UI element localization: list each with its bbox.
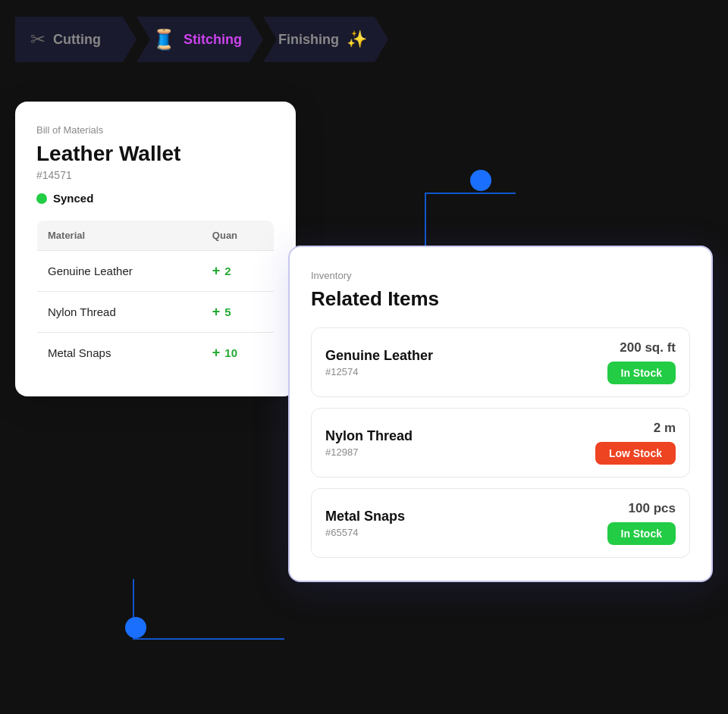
bom-table: Material Quan Genuine Leather + 2 Nylon …	[36, 220, 275, 374]
nav-step-cutting-label: Cutting	[53, 32, 101, 48]
inv-item-right: 100 pcs In Stock	[607, 501, 676, 545]
synced-dot	[36, 193, 47, 204]
list-item: Metal Snaps #65574 100 pcs In Stock	[311, 488, 690, 558]
status-badge: In Stock	[607, 522, 676, 545]
bom-synced: Synced	[36, 192, 275, 205]
table-row: Nylon Thread + 5	[37, 292, 275, 333]
nav-bar: ✂ Cutting 🧵 Stitching Finishing ✨	[0, 0, 728, 79]
table-row: Metal Snaps + 10	[37, 333, 275, 374]
plus-icon: +	[212, 345, 221, 361]
synced-label: Synced	[53, 192, 93, 205]
col-material: Material	[37, 221, 202, 251]
qty-value: 2	[224, 265, 231, 277]
list-item: Genuine Leather #12574 200 sq. ft In Sto…	[311, 327, 690, 397]
qty-value: 10	[224, 346, 237, 359]
material-cell: Nylon Thread	[37, 292, 202, 333]
material-cell: Genuine Leather	[37, 251, 202, 292]
nav-step-stitching-label: Stitching	[184, 32, 242, 48]
bom-title: Leather Wallet	[36, 142, 275, 166]
inv-item-sku: #65574	[325, 527, 405, 538]
plus-icon: +	[212, 263, 221, 279]
inv-item-name: Genuine Leather	[325, 348, 433, 364]
nav-step-stitching[interactable]: 🧵 Stitching	[136, 17, 263, 62]
nav-step-finishing[interactable]: Finishing ✨	[263, 17, 388, 62]
inventory-title: Related Items	[311, 287, 690, 311]
inv-item-right: 2 m Low Stock	[595, 421, 676, 465]
status-badge: In Stock	[607, 362, 676, 384]
scissors-icon: ✂	[30, 29, 46, 50]
connector-top	[425, 193, 516, 253]
nav-step-finishing-label: Finishing	[278, 32, 339, 48]
bom-subtitle: Bill of Materials	[36, 124, 275, 136]
bom-id: #14571	[36, 169, 275, 181]
qty-cell: + 2	[212, 263, 263, 279]
inv-item-qty: 200 sq. ft	[620, 340, 676, 355]
sparkle-icon: ✨	[347, 30, 367, 49]
inv-item-left: Genuine Leather #12574	[325, 348, 433, 377]
table-row: Genuine Leather + 2	[37, 251, 275, 292]
inventory-items: Genuine Leather #12574 200 sq. ft In Sto…	[311, 327, 690, 558]
inv-item-name: Nylon Thread	[325, 428, 413, 444]
inv-item-name: Metal Snaps	[325, 509, 405, 525]
inv-item-sku: #12574	[325, 366, 433, 377]
status-badge: Low Stock	[595, 442, 676, 465]
main-area: Bill of Materials Leather Wallet #14571 …	[0, 79, 728, 714]
material-cell: Metal Snaps	[37, 333, 202, 374]
inv-item-sku: #12987	[325, 446, 413, 458]
spool-icon: 🧵	[152, 28, 176, 52]
inv-item-left: Nylon Thread #12987	[325, 428, 413, 458]
col-quantity: Quan	[202, 221, 275, 251]
connector-top-dot	[470, 170, 491, 191]
connector-bottom	[133, 579, 284, 640]
qty-cell: + 5	[212, 304, 263, 320]
plus-icon: +	[212, 304, 221, 320]
nav-step-cutting[interactable]: ✂ Cutting	[15, 17, 136, 62]
list-item: Nylon Thread #12987 2 m Low Stock	[311, 408, 690, 478]
bom-card: Bill of Materials Leather Wallet #14571 …	[15, 102, 296, 396]
inventory-card: Inventory Related Items Genuine Leather …	[288, 246, 713, 582]
qty-value: 5	[224, 305, 231, 318]
inv-item-left: Metal Snaps #65574	[325, 509, 405, 538]
connector-bottom-dot	[125, 617, 146, 638]
inv-item-qty: 100 pcs	[629, 501, 676, 516]
inv-item-qty: 2 m	[654, 421, 676, 436]
inventory-subtitle: Inventory	[311, 270, 690, 281]
inv-item-right: 200 sq. ft In Stock	[607, 340, 676, 384]
qty-cell: + 10	[212, 345, 263, 361]
